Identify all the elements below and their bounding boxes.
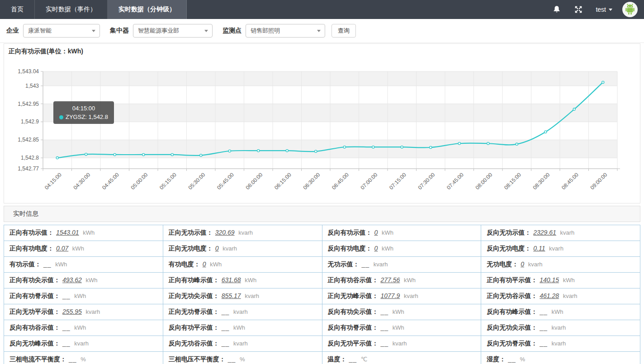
info-value-link[interactable]: 0.07 [56, 245, 68, 252]
info-label: 正向无功示值： [169, 229, 213, 236]
data-point [401, 146, 403, 148]
x-tick-label: 07:15:00 [388, 171, 407, 191]
info-label: 反向无功电度： [487, 245, 531, 252]
x-tick-label: 04:45:00 [101, 171, 120, 191]
monitor-select[interactable]: 销售部照明 [246, 24, 325, 38]
info-value-link[interactable]: 277.56 [381, 276, 400, 284]
tab-realtime-event[interactable]: 实时数据（事件） [35, 0, 108, 19]
info-label: 反向有功电度： [328, 245, 372, 252]
y-tick-label: 1,542.95 [18, 101, 39, 107]
info-label: 反向无功谷示值： [169, 340, 219, 347]
chart-panel: 正向有功示值(单位：kWh) 1,542.771,542.81,542.851,… [4, 43, 640, 203]
concentrator-label: 集中器 [110, 27, 129, 35]
info-unit: kWh [550, 308, 564, 315]
data-point [602, 81, 604, 83]
x-tick-label: 08:45:00 [560, 171, 580, 191]
info-unit: kvarh [526, 261, 542, 268]
info-value-link[interactable]: 1077.9 [381, 292, 400, 299]
x-tick-label: 07:30:00 [417, 171, 436, 191]
info-value-link[interactable]: 493.62 [62, 276, 82, 284]
info-unit: kvarh [243, 293, 259, 299]
info-value-empty: __ [222, 324, 230, 331]
info-unit: kWh [73, 293, 86, 299]
info-value-link[interactable]: 0 [374, 229, 378, 236]
table-row: 三相电流不平衡度：__ %三相电压不平衡度：__ %温度：__ ℃湿度：__ % [4, 352, 640, 364]
table-row: 正向有功示值：1543.01 kWh正向无功示值：320.69 kvarh反向有… [4, 225, 640, 241]
info-section-header: 实时信息 [4, 206, 640, 222]
info-value-link[interactable]: 0 [521, 260, 524, 268]
info-cell: 反向有功电度：0 kWh [322, 241, 481, 257]
table-row: 反向有功谷示值：__ kWh反向有功平示值：__ kWh反向有功脊示值：__ k… [4, 320, 640, 336]
line-chart[interactable]: 1,542.771,542.81,542.851,542.91,542.951,… [4, 44, 640, 203]
query-button[interactable]: 查询 [331, 24, 356, 38]
fullscreen-icon[interactable] [574, 5, 583, 14]
info-cell: 湿度：__ % [481, 352, 640, 364]
info-label: 正向无功峰示值： [328, 292, 379, 299]
info-value-link[interactable]: 140.15 [540, 276, 559, 284]
data-point [487, 142, 489, 145]
info-value-empty: __ [381, 340, 389, 347]
data-point [343, 146, 346, 148]
info-value-link[interactable]: 2329.61 [533, 229, 556, 236]
info-value-link[interactable]: 855.17 [222, 292, 241, 299]
tab-realtime-minute[interactable]: 实时数据（分钟级） [108, 0, 187, 19]
info-value-link[interactable]: 0.11 [533, 245, 545, 252]
x-tick-label: 06:45:00 [331, 171, 350, 191]
info-cell: 反向有功平示值：__ kWh [163, 320, 322, 336]
table-row: 有功示值：__ kWh有功电度：0 kWh无功示值：__ kvarh无功电度：0… [4, 257, 640, 273]
info-value-empty: __ [381, 308, 389, 315]
info-label: 正向无功谷示值： [487, 292, 537, 299]
data-point [573, 108, 575, 110]
info-cell: 反向有功尖示值：__ kWh [322, 304, 481, 320]
info-cell: 正向有功示值：1543.01 kWh [4, 225, 163, 241]
info-value-empty: __ [62, 340, 71, 347]
data-point [372, 146, 374, 148]
info-value-link[interactable]: 1543.01 [56, 229, 79, 236]
table-row: 正向有功脊示值：__ kWh正向无功尖示值：855.17 kvarh正向无功峰示… [4, 288, 640, 304]
x-tick-label: 08:30:00 [531, 171, 551, 191]
info-value-link[interactable]: 0 [215, 245, 219, 252]
info-unit: kWh [208, 261, 222, 268]
info-value-link[interactable]: 255.95 [62, 308, 82, 315]
y-tick-label: 1,542.8 [21, 155, 39, 161]
data-point [171, 153, 173, 156]
info-label: 正向有功平示值： [487, 276, 537, 284]
x-tick-label: 07:45:00 [445, 171, 465, 191]
info-value-link[interactable]: 0 [374, 245, 378, 252]
user-menu[interactable]: test [596, 6, 612, 13]
avatar[interactable] [622, 2, 638, 17]
info-cell: 正向有功电度：0.07 kWh [4, 241, 163, 257]
info-unit: kWh [391, 308, 404, 315]
data-point [315, 150, 317, 152]
info-label: 反向无功示值： [487, 229, 531, 236]
tab-home-label: 首页 [11, 5, 24, 14]
x-tick-label: 05:00:00 [129, 171, 149, 191]
info-value-empty: __ [62, 324, 71, 331]
monitor-select-value: 销售部照明 [251, 27, 280, 35]
info-value-link[interactable]: 631.68 [222, 276, 241, 284]
concentrator-select[interactable]: 智慧能源事业部 [133, 24, 213, 38]
info-cell: 反向有功谷示值：__ kWh [4, 320, 163, 336]
info-label: 反向有功平示值： [169, 324, 219, 331]
info-value-link[interactable]: 461.28 [540, 292, 559, 299]
info-unit: kWh [71, 245, 84, 252]
bell-icon[interactable] [552, 5, 561, 14]
tab-home[interactable]: 首页 [0, 0, 35, 19]
data-point [142, 153, 145, 156]
info-cell: 反向有功示值：0 kWh [322, 225, 481, 241]
info-value-link[interactable]: 320.69 [215, 229, 235, 236]
info-cell: 反向无功脊示值：__ kvarh [481, 336, 640, 352]
info-unit: kvarh [559, 229, 574, 236]
info-label: 反向无功峰示值： [9, 340, 60, 347]
info-value-link[interactable]: 0 [203, 260, 206, 268]
info-unit: kWh [232, 324, 245, 331]
info-label: 无功示值： [328, 260, 360, 268]
info-unit: kvarh [561, 293, 577, 299]
info-unit: kWh [380, 245, 393, 252]
info-unit: ℃ [359, 356, 367, 363]
enterprise-select[interactable]: 康派智能 [23, 24, 100, 38]
info-unit: kWh [73, 324, 86, 331]
data-point [286, 150, 288, 152]
chevron-down-icon [204, 30, 208, 32]
table-row: 正向有功电度：0.07 kWh正向无功电度：0 kvarh反向有功电度：0 kW… [4, 241, 640, 257]
